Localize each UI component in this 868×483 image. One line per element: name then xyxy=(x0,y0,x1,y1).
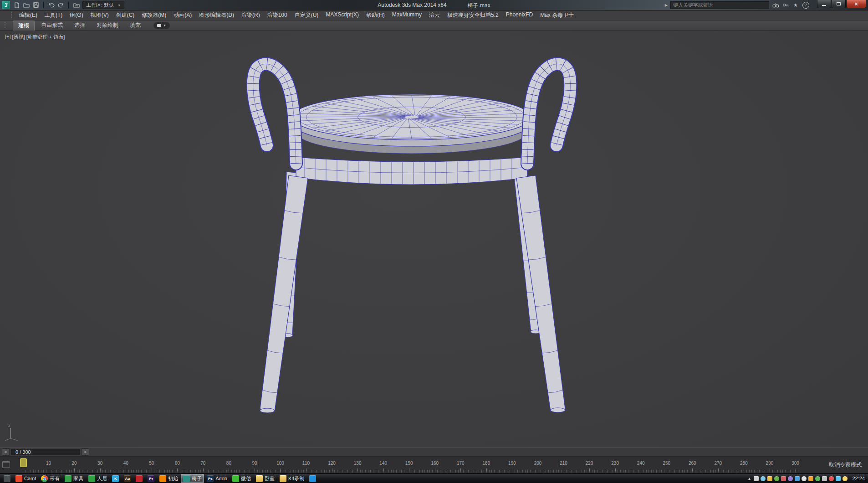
new-file-button[interactable] xyxy=(13,1,21,9)
menu-item[interactable]: 工具(T) xyxy=(45,11,62,19)
menu-item[interactable]: 创建(C) xyxy=(116,11,135,19)
tray-icon[interactable] xyxy=(842,476,848,481)
taskbar-app-k[interactable]: K xyxy=(110,474,121,483)
menu-item[interactable]: 视图(V) xyxy=(91,11,109,19)
viewport-menu-shading[interactable]: 明暗处理 + 边面 xyxy=(26,34,66,41)
stool-model[interactable] xyxy=(0,31,868,447)
save-button[interactable] xyxy=(32,1,40,9)
menu-item[interactable]: 极速瘦身安全归档5.2 xyxy=(447,11,499,19)
search-input[interactable] xyxy=(670,1,769,9)
task-button-label: Camt xyxy=(24,476,36,481)
tray-icon[interactable] xyxy=(795,476,800,481)
task-button-label: K4录制 xyxy=(288,475,304,482)
taskbar-apps: Camt带有家具人居KAuPr初始椅子PsAdob微信卧室K4录制 xyxy=(1,474,319,483)
ruler-tick: 150 xyxy=(401,461,417,466)
menu-item[interactable]: MAXScript(X) xyxy=(326,11,359,19)
menu-item[interactable]: 渲染(R) xyxy=(241,11,260,19)
tray-icon[interactable] xyxy=(761,476,766,481)
title-bar: 3 工作区: 默认 ▼ Autodesk 3ds Max 2014 x64 椅子… xyxy=(0,0,868,10)
ribbon-bar: 建模自由形式选择对象绘制填充 ▼ xyxy=(0,21,868,31)
taskbar-clock[interactable]: 22:24 xyxy=(852,476,865,481)
ribbon-tab[interactable]: 对象绘制 xyxy=(92,21,123,30)
tray-icon[interactable] xyxy=(829,476,834,481)
time-slider-bar: < 0 / 300 > xyxy=(0,447,868,457)
menu-item[interactable]: PhoenixFD xyxy=(506,11,533,19)
help-icon[interactable]: ? xyxy=(802,1,809,9)
menu-item[interactable]: 动画(A) xyxy=(174,11,192,19)
open-file-button[interactable] xyxy=(22,1,31,9)
ruler-minor-ticks xyxy=(23,470,800,473)
workspace-dropdown[interactable]: 工作区: 默认 ▼ xyxy=(82,1,124,9)
taskbar-app-camtasia[interactable]: Camt xyxy=(13,474,38,483)
3dsmax-logo[interactable]: 3 xyxy=(2,1,10,9)
taskbar-app-blue[interactable] xyxy=(307,474,318,483)
ribbon-tab[interactable]: 填充 xyxy=(125,21,146,30)
tray-icon[interactable] xyxy=(767,476,772,481)
tray-icon[interactable] xyxy=(774,476,779,481)
menu-item[interactable]: 修改器(M) xyxy=(142,11,166,19)
perspective-viewport[interactable]: + 透视 明暗处理 + 边面 z xyxy=(0,31,868,447)
menu-item[interactable]: MaxMummy xyxy=(392,11,422,19)
windows-taskbar: Camt带有家具人居KAuPr初始椅子PsAdob微信卧室K4录制 ▲ 22:2… xyxy=(0,473,868,483)
taskbar-app-chrome[interactable]: 带有 xyxy=(39,474,62,483)
tray-expand-icon[interactable]: ▲ xyxy=(748,477,751,481)
menu-item[interactable]: 自定义(U) xyxy=(295,11,319,19)
menu-item[interactable]: 图形编辑器(D) xyxy=(199,11,234,19)
previous-frame-button[interactable]: < xyxy=(2,448,10,456)
ruler-tick: 240 xyxy=(633,461,648,466)
taskbar-app-wechat[interactable]: 微信 xyxy=(230,474,253,483)
tray-icon[interactable] xyxy=(788,476,793,481)
expert-mode-button[interactable]: 取消专家模式 xyxy=(829,461,862,469)
tray-icon[interactable] xyxy=(836,476,841,481)
taskbar-app-3dsmax[interactable]: 椅子 xyxy=(181,474,204,483)
taskbar-app-folder-2[interactable]: K4录制 xyxy=(277,474,306,483)
close-button[interactable]: × xyxy=(846,0,866,8)
ribbon-overflow-toggle[interactable]: ▼ xyxy=(153,22,170,29)
taskbar-app-orange[interactable]: 初始 xyxy=(157,474,180,483)
timeline-ruler[interactable]: 取消专家模式 102030405060708090100110120130140… xyxy=(0,457,868,474)
ruler-tick: 60 xyxy=(169,461,185,466)
tray-icon[interactable] xyxy=(815,476,820,481)
world-axis-icon: z xyxy=(4,423,23,442)
ribbon-tab[interactable]: 选择 xyxy=(69,21,90,30)
viewport-menu-general[interactable]: + xyxy=(5,34,11,41)
maximize-button[interactable] xyxy=(832,0,846,8)
taskbar-app-folder-1[interactable]: 卧室 xyxy=(254,474,277,483)
minimize-button[interactable] xyxy=(817,0,831,8)
menu-item[interactable]: 渲染100 xyxy=(267,11,287,19)
taskbar-app-green-1-icon xyxy=(65,475,71,482)
star-icon[interactable]: ★ xyxy=(792,1,799,9)
binoculars-icon[interactable] xyxy=(772,1,779,9)
redo-button[interactable] xyxy=(57,1,65,9)
tray-icon[interactable] xyxy=(781,476,786,481)
tray-icon[interactable] xyxy=(754,476,759,481)
taskbar-app-premiere[interactable]: Pr xyxy=(145,474,157,483)
help-ring: ? xyxy=(802,2,809,9)
taskbar-app-start[interactable] xyxy=(1,474,13,483)
tray-icon[interactable] xyxy=(808,476,813,481)
menu-item[interactable]: 组(G) xyxy=(70,11,83,19)
ruler-tick: 160 xyxy=(427,461,443,466)
taskbar-app-green-2[interactable]: 人居 xyxy=(86,474,109,483)
taskbar-app-red[interactable] xyxy=(133,474,145,483)
ribbon-tab[interactable]: 自由形式 xyxy=(36,21,68,30)
ribbon-tab[interactable]: 建模 xyxy=(13,21,35,31)
taskbar-app-photoshop[interactable]: PsAdob xyxy=(204,474,230,483)
project-folder-button[interactable] xyxy=(72,1,81,9)
time-slider-head[interactable] xyxy=(20,458,27,467)
viewport-menu-pov[interactable]: 透视 xyxy=(12,34,26,41)
menu-item[interactable]: Max 杀毒卫士 xyxy=(540,11,574,19)
taskbar-app-green-1[interactable]: 家具 xyxy=(62,474,86,483)
taskbar-app-audition[interactable]: Au xyxy=(122,474,133,483)
tray-icon[interactable] xyxy=(822,476,827,481)
menu-item[interactable]: 编辑(E) xyxy=(19,11,37,19)
menu-item[interactable]: 帮助(H) xyxy=(366,11,385,19)
search-expander-icon[interactable]: ▶ xyxy=(665,3,668,7)
undo-button[interactable] xyxy=(47,1,56,9)
frame-counter[interactable]: 0 / 300 xyxy=(11,449,80,455)
track-bar-icon[interactable] xyxy=(2,461,10,468)
menu-item[interactable]: 渲云 xyxy=(429,11,440,19)
next-frame-button[interactable]: > xyxy=(82,448,89,456)
key-icon[interactable] xyxy=(782,1,789,9)
tray-icon[interactable] xyxy=(802,476,807,481)
